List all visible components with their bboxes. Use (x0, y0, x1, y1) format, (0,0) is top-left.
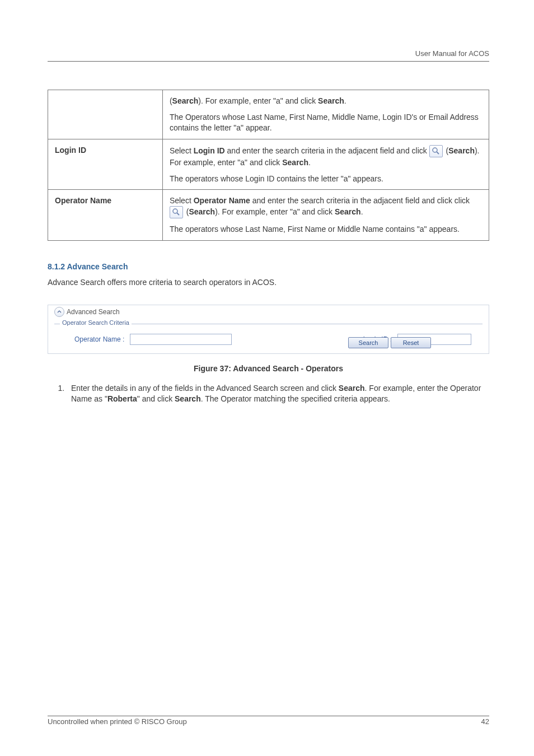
paragraph: The Operators whose Last Name, First Nam… (170, 112, 482, 133)
footer-text: Uncontrolled when printed © RISCO Group (48, 717, 187, 726)
row-label (48, 90, 163, 139)
paragraph: Select Operator Name and enter the searc… (170, 195, 482, 218)
operator-name-group: Operator Name : (74, 334, 232, 345)
table-row: (Search). For example, enter "a" and cli… (48, 90, 489, 139)
advanced-search-inner: Advanced Search Operator Search Criteria… (50, 307, 487, 352)
row-label: Operator Name (48, 190, 163, 241)
step-list: Enter the details in any of the fields i… (67, 383, 489, 404)
header-rule (48, 61, 489, 62)
button-row: Search Reset (348, 337, 431, 348)
svg-point-2 (173, 209, 177, 213)
search-icon (170, 206, 183, 218)
table-row: Login ID Select Login ID and enter the s… (48, 139, 489, 190)
page-number: 42 (481, 717, 489, 726)
operator-name-input[interactable] (130, 334, 232, 345)
section-intro: Advance Search offers more criteria to s… (48, 278, 489, 287)
paragraph: The operators whose Login ID contains th… (170, 174, 482, 184)
footer-rule (48, 716, 489, 716)
panel-title: Advanced Search (67, 308, 120, 316)
advanced-search-panel: Advanced Search Operator Search Criteria… (48, 305, 489, 354)
svg-line-3 (177, 213, 179, 215)
paragraph: Select Login ID and enter the search cri… (170, 145, 482, 168)
paragraph: The operators whose Last Name, First Nam… (170, 224, 482, 235)
section-heading: 8.1.2 Advance Search (48, 262, 489, 271)
footer-row: Uncontrolled when printed © RISCO Group … (48, 717, 489, 726)
search-button[interactable]: Search (348, 337, 388, 348)
svg-point-0 (433, 148, 437, 152)
list-item: Enter the details in any of the fields i… (67, 383, 489, 404)
header-title: User Manual for ACOS (48, 49, 489, 58)
page-footer: Uncontrolled when printed © RISCO Group … (48, 716, 489, 726)
page-header: User Manual for ACOS (48, 49, 489, 62)
description-table: (Search). For example, enter "a" and cli… (48, 90, 489, 241)
search-icon (429, 145, 443, 157)
row-desc: (Search). For example, enter "a" and cli… (162, 90, 489, 139)
row-label: Login ID (48, 139, 163, 190)
figure-caption: Figure 37: Advanced Search - Operators (48, 364, 489, 373)
row-desc: Select Operator Name and enter the searc… (162, 190, 489, 241)
panel-title-row: Advanced Search (53, 307, 121, 317)
reset-button[interactable]: Reset (391, 337, 431, 348)
content: (Search). For example, enter "a" and cli… (48, 90, 489, 404)
collapse-icon[interactable] (54, 307, 64, 317)
paragraph: (Search). For example, enter "a" and cli… (170, 96, 482, 106)
fieldset-legend: Operator Search Criteria (60, 319, 132, 326)
page: User Manual for ACOS (Search). For examp… (0, 0, 534, 756)
svg-line-1 (437, 152, 439, 154)
operator-name-label: Operator Name : (74, 335, 124, 343)
row-desc: Select Login ID and enter the search cri… (162, 139, 489, 190)
table-row: Operator Name Select Operator Name and e… (48, 190, 489, 241)
